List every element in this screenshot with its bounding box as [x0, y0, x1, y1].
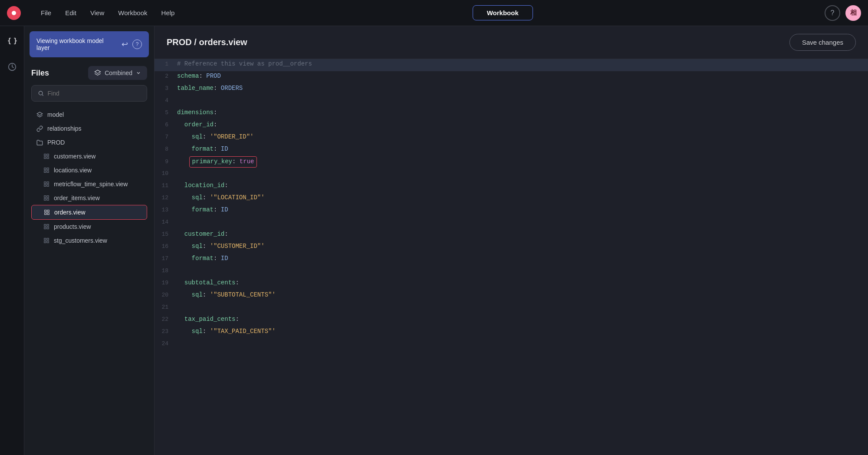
search-input[interactable]: [47, 90, 141, 97]
nav-view[interactable]: View: [84, 7, 110, 19]
svg-rect-10: [47, 168, 49, 170]
line-number: 12: [155, 193, 177, 203]
banner-back-icon[interactable]: ↩: [122, 40, 128, 49]
clock-icon[interactable]: [4, 59, 20, 75]
line-content: format: ID: [177, 254, 868, 264]
line-content: [177, 302, 868, 313]
logo[interactable]: [7, 6, 21, 20]
tree-item-label: locations.view: [54, 167, 92, 174]
tree-item-model[interactable]: model: [31, 108, 147, 122]
top-nav: File Edit View Workbook Help Workbook ? …: [0, 0, 868, 26]
svg-rect-28: [47, 227, 49, 229]
nav-workbook[interactable]: Workbook: [112, 7, 153, 19]
tree-item-stg-customers-view[interactable]: stg_customers.view: [31, 234, 147, 247]
code-line-13: 13 format: ID: [155, 205, 868, 217]
svg-rect-32: [47, 241, 49, 243]
avatar[interactable]: 相: [845, 5, 861, 21]
tree-item-metricflow-view[interactable]: metricflow_time_spine.view: [31, 177, 147, 191]
tree-item-prod[interactable]: PROD: [31, 135, 147, 149]
svg-rect-8: [47, 157, 49, 158]
code-line-16: 16 sql: '"CUSTOMER_ID"': [155, 241, 868, 254]
line-content: customer_id:: [177, 229, 868, 240]
svg-rect-14: [47, 182, 49, 184]
line-content: [177, 168, 868, 179]
code-line-24: 24: [155, 339, 868, 351]
svg-rect-19: [44, 198, 46, 200]
line-content: schema: PROD: [177, 71, 868, 82]
svg-rect-7: [44, 157, 46, 158]
code-line-19: 19 subtotal_cents:: [155, 278, 868, 290]
tree-item-orders-view[interactable]: orders.view: [31, 205, 147, 220]
line-number: 8: [155, 145, 177, 154]
svg-rect-24: [47, 213, 49, 214]
code-line-7: 7 sql: '"ORDER_ID"': [155, 132, 868, 144]
code-line-9: 9 primary_key: true: [155, 156, 868, 168]
code-line-18: 18: [155, 266, 868, 278]
svg-rect-30: [47, 238, 49, 240]
save-changes-button[interactable]: Save changes: [789, 34, 856, 51]
line-number: 23: [155, 327, 177, 336]
tree-item-label: metricflow_time_spine.view: [54, 181, 128, 188]
tree-item-order-items-view[interactable]: order_items.view: [31, 191, 147, 205]
help-icon[interactable]: ?: [825, 5, 840, 21]
layers-small-icon: [36, 112, 43, 118]
svg-rect-31: [44, 241, 46, 243]
line-number: 10: [155, 169, 177, 178]
code-line-21: 21: [155, 302, 868, 314]
svg-rect-16: [47, 185, 49, 186]
tree-item-locations-view[interactable]: locations.view: [31, 163, 147, 177]
logo-dot: [12, 11, 16, 15]
svg-rect-20: [47, 198, 49, 200]
editor-topbar: PROD / orders.view Save changes: [155, 26, 868, 59]
line-content: tax_paid_cents:: [177, 314, 868, 325]
line-number: 4: [155, 96, 177, 106]
banner-help-icon[interactable]: ?: [132, 40, 142, 49]
code-line-14: 14: [155, 217, 868, 229]
line-number: 14: [155, 218, 177, 227]
files-section: Files Combined: [24, 63, 154, 455]
line-content: dimensions:: [177, 108, 868, 118]
icon-bar: { }: [0, 26, 24, 455]
svg-rect-22: [47, 210, 49, 212]
line-number: 20: [155, 290, 177, 300]
svg-rect-11: [44, 171, 46, 172]
svg-rect-18: [47, 196, 49, 198]
nav-edit[interactable]: Edit: [59, 7, 82, 19]
nav-file[interactable]: File: [35, 7, 57, 19]
line-content: subtotal_cents:: [177, 278, 868, 288]
editor-breadcrumb: PROD / orders.view: [167, 37, 247, 47]
code-line-17: 17 format: ID: [155, 254, 868, 266]
svg-rect-5: [44, 154, 46, 156]
search-box: [31, 85, 147, 102]
svg-rect-15: [44, 185, 46, 186]
code-line-10: 10: [155, 168, 868, 181]
folder-icon: [36, 139, 43, 146]
code-line-23: 23 sql: '"TAX_PAID_CENTS"': [155, 326, 868, 339]
tree-item-label: PROD: [47, 139, 65, 146]
svg-rect-29: [44, 238, 46, 240]
tree-item-relationships[interactable]: relationships: [31, 122, 147, 135]
combined-button[interactable]: Combined: [88, 66, 147, 80]
line-content: sql: '"CUSTOMER_ID"': [177, 241, 868, 252]
tree-item-label: model: [47, 111, 64, 118]
line-content: sql: '"TAX_PAID_CENTS"': [177, 326, 868, 337]
grid-icon: [43, 153, 49, 159]
line-content: [177, 266, 868, 276]
code-editor[interactable]: 1 # Reference this view as prod__orders …: [155, 59, 868, 455]
line-number: 11: [155, 181, 177, 191]
line-content: # Reference this view as prod__orders: [177, 59, 868, 69]
line-number: 22: [155, 315, 177, 324]
svg-rect-23: [45, 213, 46, 214]
line-content: sql: '"LOCATION_ID"': [177, 193, 868, 203]
tree-item-products-view[interactable]: products.view: [31, 220, 147, 234]
tree-item-customers-view[interactable]: customers.view: [31, 149, 147, 163]
tree-item-label: products.view: [54, 223, 91, 230]
curly-braces-icon[interactable]: { }: [4, 33, 20, 49]
svg-rect-9: [44, 168, 46, 170]
workbook-center-button[interactable]: Workbook: [473, 5, 533, 20]
code-line-6: 6 order_id:: [155, 120, 868, 132]
line-number: 19: [155, 278, 177, 288]
sidebar: Viewing workbook model layer ↩ ? Files C…: [24, 26, 155, 455]
line-content: [177, 96, 868, 106]
nav-help[interactable]: Help: [155, 7, 181, 19]
